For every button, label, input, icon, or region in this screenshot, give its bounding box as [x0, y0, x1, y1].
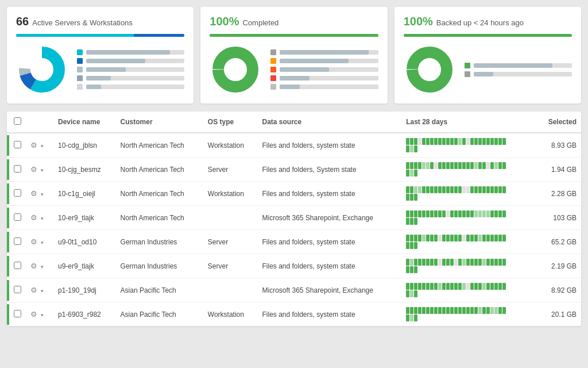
select-all-checkbox[interactable] — [14, 117, 21, 125]
row-checkbox-cell[interactable] — [9, 254, 26, 278]
row-checkbox[interactable] — [14, 165, 21, 172]
dropdown-icon[interactable]: ▾ — [41, 167, 44, 173]
gear-icon[interactable]: ⚙ — [30, 141, 37, 150]
legend-color-4 — [77, 75, 83, 81]
row-last28 — [401, 133, 536, 158]
dropdown-icon[interactable]: ▾ — [41, 288, 44, 294]
row-selected-size: 20.1 GB — [536, 302, 581, 327]
legend-color-2 — [465, 71, 470, 77]
row-checkbox[interactable] — [14, 189, 21, 197]
card-body — [404, 44, 572, 95]
backup-cell — [442, 307, 446, 314]
backup-cell — [490, 186, 494, 193]
backup-cell — [494, 210, 498, 217]
dropdown-icon[interactable]: ▾ — [41, 143, 44, 149]
th-device-name[interactable]: Device name — [53, 112, 116, 133]
gear-icon[interactable]: ⚙ — [30, 286, 37, 294]
legend-list — [77, 49, 184, 90]
row-checkbox-cell[interactable] — [9, 230, 26, 254]
backup-cell — [410, 145, 413, 152]
th-last28[interactable]: Last 28 days — [401, 112, 536, 133]
row-checkbox-cell[interactable] — [9, 206, 26, 230]
backup-cell — [422, 138, 425, 145]
legend-bar — [86, 85, 184, 89]
row-checkbox[interactable] — [14, 262, 21, 269]
gear-icon[interactable]: ⚙ — [30, 310, 37, 319]
legend-item — [77, 75, 184, 81]
backup-cell — [458, 138, 462, 145]
row-checkbox[interactable] — [14, 310, 21, 317]
th-selected[interactable]: Selected — [536, 112, 581, 133]
backup-cell — [454, 307, 458, 314]
backup-cell — [458, 162, 462, 169]
row-checkbox-cell[interactable] — [9, 182, 26, 206]
row-customer: North American Tech — [116, 158, 203, 182]
row-checkbox[interactable] — [14, 237, 21, 245]
row-checkbox-cell[interactable] — [9, 158, 26, 182]
backup-cell — [494, 186, 498, 193]
card-progress-bar — [16, 34, 184, 37]
th-data-source[interactable]: Data source — [258, 112, 402, 133]
backup-cell — [422, 235, 425, 241]
dropdown-icon[interactable]: ▾ — [41, 191, 44, 197]
backup-cell — [446, 186, 450, 193]
backup-cell — [418, 235, 421, 241]
backup-cell — [406, 259, 409, 266]
row-checkbox-cell[interactable] — [9, 302, 26, 327]
row-checkbox-cell[interactable] — [9, 133, 26, 158]
row-os-type — [203, 278, 258, 302]
row-icon-cell[interactable]: ⚙ ▾ — [26, 278, 53, 302]
row-device-name: 10-cdg_jblsn — [53, 133, 116, 158]
th-customer[interactable]: Customer — [116, 112, 203, 133]
row-data-source: Microsoft 365 Sharepoint, Exchange — [258, 278, 402, 302]
row-last28 — [401, 230, 536, 254]
backup-cell — [454, 186, 458, 193]
row-selected-size: 8.93 GB — [536, 133, 581, 158]
row-checkbox-cell[interactable] — [9, 278, 26, 302]
backup-cell — [474, 138, 478, 145]
row-data-source: Files and folders, system state — [258, 302, 402, 327]
row-checkbox[interactable] — [14, 213, 21, 221]
card-number: 100% — [210, 15, 239, 28]
backup-cell — [426, 235, 430, 241]
gear-icon[interactable]: ⚙ — [30, 189, 37, 198]
backup-cell — [430, 186, 434, 193]
backup-cell — [426, 283, 430, 290]
row-last28 — [401, 302, 536, 327]
backup-cell — [410, 283, 413, 290]
backup-cell — [434, 283, 438, 290]
dropdown-icon[interactable]: ▾ — [41, 312, 44, 318]
backup-cell — [478, 162, 482, 169]
th-os-type[interactable]: OS type — [203, 112, 258, 133]
backup-cell — [414, 170, 417, 177]
row-checkbox[interactable] — [14, 141, 21, 148]
row-icon-cell[interactable]: ⚙ ▾ — [26, 302, 53, 327]
gear-icon[interactable]: ⚙ — [30, 165, 37, 174]
backup-cell — [414, 290, 417, 297]
backup-cell — [422, 259, 425, 266]
row-icon-cell[interactable]: ⚙ ▾ — [26, 206, 53, 230]
dropdown-icon[interactable]: ▾ — [41, 264, 44, 270]
gear-icon[interactable]: ⚙ — [30, 213, 37, 222]
row-icon-cell[interactable]: ⚙ ▾ — [26, 182, 53, 206]
row-checkbox[interactable] — [14, 286, 21, 293]
row-icon-cell[interactable]: ⚙ ▾ — [26, 230, 53, 254]
row-icon-cell[interactable]: ⚙ ▾ — [26, 133, 53, 158]
table-row: ⚙ ▾ 10-cdg_jblsn North American Tech Wor… — [7, 133, 581, 158]
backup-cell — [502, 186, 506, 193]
backup-cell — [434, 186, 438, 193]
th-icons — [26, 112, 53, 133]
dropdown-icon[interactable]: ▾ — [41, 216, 44, 221]
backup-cell — [502, 210, 506, 217]
gear-icon[interactable]: ⚙ — [30, 262, 37, 270]
card-progress-bar — [404, 34, 572, 37]
row-icon-cell[interactable]: ⚙ ▾ — [26, 254, 53, 278]
backup-cell — [406, 266, 409, 273]
backup-cell — [438, 307, 442, 314]
legend-bar — [280, 50, 378, 55]
legend-item — [77, 49, 184, 55]
row-icon-cell[interactable]: ⚙ ▾ — [26, 158, 53, 182]
dropdown-icon[interactable]: ▾ — [41, 240, 44, 246]
gear-icon[interactable]: ⚙ — [30, 237, 37, 246]
backup-cell — [462, 138, 466, 145]
